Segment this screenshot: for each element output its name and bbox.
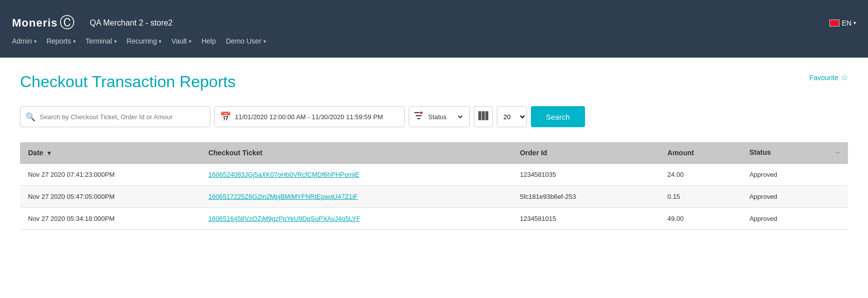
cell-status: Approved bbox=[741, 164, 848, 186]
nav-label-recurring: Recurring bbox=[127, 37, 157, 45]
nav-item-vault[interactable]: Vault ▾ bbox=[171, 37, 191, 45]
nav-label-terminal: Terminal bbox=[86, 37, 112, 45]
main-content: Checkout Transaction Reports Favourite ☆… bbox=[0, 58, 868, 245]
search-bar: 🔍 📅 11/01/2020 12:00:00 AM - 11/30/2020 … bbox=[20, 106, 848, 127]
star-icon: ☆ bbox=[841, 73, 848, 82]
columns-icon bbox=[478, 111, 488, 123]
nav-arrow-vault: ▾ bbox=[189, 39, 191, 44]
col-date-label: Date bbox=[28, 149, 43, 157]
search-icon: 🔍 bbox=[26, 112, 36, 122]
cell-orderid: 1234581015 bbox=[512, 208, 660, 230]
logo-text: Moneris bbox=[12, 17, 58, 30]
col-ticket-label: Checkout Ticket bbox=[208, 149, 262, 157]
table-header-row: Date ▼ Checkout Ticket Order Id Amount S… bbox=[20, 142, 848, 164]
page-header: Checkout Transaction Reports Favourite ☆ bbox=[20, 73, 848, 91]
nav-item-admin[interactable]: Admin ▾ bbox=[12, 37, 37, 45]
svg-rect-4 bbox=[478, 111, 481, 120]
flag-icon bbox=[829, 20, 839, 27]
favourite-button[interactable]: Favourite ☆ bbox=[809, 73, 848, 82]
date-range-wrapper[interactable]: 📅 11/01/2020 12:00:00 AM - 11/30/2020 11… bbox=[214, 106, 405, 127]
logo-area: Moneris Ⓒ bbox=[12, 13, 75, 33]
nav-label-admin: Admin bbox=[12, 37, 32, 45]
svg-rect-6 bbox=[485, 111, 488, 120]
nav-item-terminal[interactable]: Terminal ▾ bbox=[86, 37, 117, 45]
col-amount-label: Amount bbox=[668, 149, 694, 157]
nav-arrow-terminal: ▾ bbox=[114, 39, 117, 44]
nav-label-vault: Vault bbox=[171, 37, 187, 45]
date-range-text: 11/01/2020 12:00:00 AM - 11/30/2020 11:5… bbox=[235, 113, 383, 121]
nav-label-reports: Reports bbox=[47, 37, 71, 45]
logo-icon: Ⓒ bbox=[60, 13, 75, 33]
nav-item-reports[interactable]: Reports ▾ bbox=[47, 37, 76, 45]
status-filter[interactable]: Status Approved Declined bbox=[426, 113, 464, 121]
cell-orderid: 5fc181e93b6ef-253 bbox=[512, 186, 660, 208]
table-row: Nov 27 2020 07:41:23:000PM 1606524083JGj… bbox=[20, 164, 848, 186]
table-body: Nov 27 2020 07:41:23:000PM 1606524083JGj… bbox=[20, 164, 848, 230]
lang-selector[interactable]: EN ▾ bbox=[829, 19, 856, 27]
cell-status: Approved bbox=[741, 186, 848, 208]
col-minus-icon[interactable]: − bbox=[835, 148, 840, 157]
col-header-status: Status − bbox=[741, 142, 848, 164]
col-header-amount: Amount bbox=[660, 142, 742, 164]
table-row: Nov 27 2020 05:34:18:000PM 1606516458VzO… bbox=[20, 208, 848, 230]
nav-arrow-demouser: ▾ bbox=[263, 39, 266, 44]
nav-label-demouser: Demo User bbox=[226, 37, 261, 45]
cell-amount: 49.00 bbox=[660, 208, 742, 230]
nav-arrow-admin: ▾ bbox=[34, 39, 37, 44]
nav-item-demouser[interactable]: Demo User ▾ bbox=[226, 37, 266, 45]
search-input[interactable] bbox=[40, 113, 205, 121]
results-table: Date ▼ Checkout Ticket Order Id Amount S… bbox=[20, 142, 848, 230]
col-header-orderid: Order Id bbox=[512, 142, 660, 164]
nav-label-help: Help bbox=[201, 37, 216, 45]
table-row: Nov 27 2020 05:47:05:000PM 1606517225Z6G… bbox=[20, 186, 848, 208]
lang-label: EN bbox=[842, 19, 851, 27]
nav-bar: Admin ▾ Reports ▾ Terminal ▾ Recurring ▾… bbox=[12, 37, 856, 45]
header: Moneris Ⓒ QA Merchant 2 - store2 EN ▾ Ad… bbox=[0, 0, 868, 58]
col-status-label: Status bbox=[749, 148, 771, 156]
favourite-label: Favourite bbox=[809, 74, 838, 82]
nav-arrow-recurring: ▾ bbox=[159, 39, 161, 44]
nav-item-help[interactable]: Help bbox=[201, 37, 216, 45]
col-orderid-label: Order Id bbox=[520, 149, 547, 157]
col-header-ticket: Checkout Ticket bbox=[200, 142, 512, 164]
cell-orderid: 1234581035 bbox=[512, 164, 660, 186]
col-header-date[interactable]: Date ▼ bbox=[20, 142, 200, 164]
cell-date: Nov 27 2020 05:47:05:000PM bbox=[20, 186, 200, 208]
per-page-select[interactable]: 20 50 100 bbox=[497, 106, 527, 127]
cell-date: Nov 27 2020 05:34:18:000PM bbox=[20, 208, 200, 230]
lang-arrow-icon: ▾ bbox=[853, 20, 856, 26]
page-title: Checkout Transaction Reports bbox=[20, 73, 235, 91]
columns-icon-button[interactable] bbox=[474, 106, 493, 127]
svg-rect-1 bbox=[416, 115, 422, 116]
svg-rect-5 bbox=[482, 111, 485, 120]
cell-amount: 24.00 bbox=[660, 164, 742, 186]
sort-arrow-date: ▼ bbox=[46, 150, 52, 157]
cell-ticket: 1606517225Z6G2In2MpjBMiMYFNRtEpwqU47Z1iF bbox=[200, 186, 512, 208]
ticket-link[interactable]: 1606517225Z6G2In2MpjBMiMYFNRtEpwqU47Z1iF bbox=[208, 193, 358, 200]
cell-amount: 0.15 bbox=[660, 186, 742, 208]
cell-date: Nov 27 2020 07:41:23:000PM bbox=[20, 164, 200, 186]
nav-item-recurring[interactable]: Recurring ▾ bbox=[127, 37, 162, 45]
merchant-name: QA Merchant 2 - store2 bbox=[90, 19, 829, 28]
filter-wrapper: Status Approved Declined bbox=[409, 106, 470, 127]
svg-point-3 bbox=[420, 112, 423, 114]
cell-ticket: 1606524083JGj5aXK07oHb0VRcfCMDf6hPHPomlE bbox=[200, 164, 512, 186]
search-button[interactable]: Search bbox=[531, 106, 585, 127]
svg-rect-2 bbox=[417, 118, 420, 119]
filter-icon bbox=[414, 112, 423, 122]
calendar-icon: 📅 bbox=[220, 111, 231, 122]
cell-ticket: 1606516458VzOZjM9gzPpYeU9DqSoPXAvJ4q5LYF bbox=[200, 208, 512, 230]
cell-status: Approved bbox=[741, 208, 848, 230]
table-header: Date ▼ Checkout Ticket Order Id Amount S… bbox=[20, 142, 848, 164]
header-top: Moneris Ⓒ QA Merchant 2 - store2 EN ▾ bbox=[12, 13, 856, 33]
ticket-link[interactable]: 1606516458VzOZjM9gzPpYeU9DqSoPXAvJ4q5LYF bbox=[208, 215, 360, 222]
ticket-link[interactable]: 1606524083JGj5aXK07oHb0VRcfCMDf6hPHPomlE bbox=[208, 171, 359, 178]
nav-arrow-reports: ▾ bbox=[73, 39, 76, 44]
search-input-wrapper: 🔍 bbox=[20, 106, 210, 127]
